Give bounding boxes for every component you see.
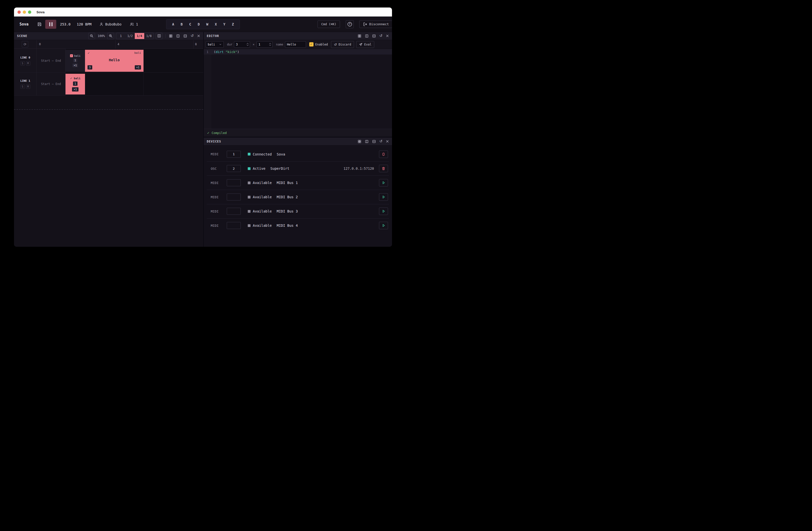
eval-button[interactable]: Eval	[356, 41, 374, 48]
device-slot-input[interactable]	[227, 208, 241, 215]
session-chip[interactable]: 1	[130, 22, 138, 26]
device-slot-input[interactable]	[227, 222, 241, 229]
help-button[interactable]: ?	[346, 20, 354, 28]
clip-mult-badge[interactable]: ×1	[135, 65, 141, 70]
reset-panel-icon[interactable]: ↺	[379, 140, 382, 143]
tab-y[interactable]: Y	[220, 22, 229, 26]
tab-d[interactable]: D	[194, 22, 203, 26]
ruler-track[interactable]: 0 4 8	[37, 40, 203, 48]
spin-down-icon[interactable]	[269, 44, 271, 46]
dur-label: dur	[227, 43, 232, 46]
reset-panel-icon[interactable]: ↺	[379, 34, 382, 38]
division-eighth-button[interactable]: 1/8	[144, 33, 154, 39]
line-number-gutter	[204, 49, 211, 129]
clip-loop-badge[interactable]: 1	[73, 82, 78, 86]
clip-engine-label: bali	[74, 54, 81, 57]
division-quarter-button[interactable]: 1/4	[135, 33, 144, 39]
line-0-mute-button[interactable]: M	[26, 61, 30, 66]
tempo-value[interactable]: 253.0	[60, 22, 71, 26]
tab-z[interactable]: Z	[229, 22, 237, 26]
device-row-midi-bus-4: MIDI Available MIDI Bus 4	[207, 218, 389, 232]
enabled-checkbox[interactable]: ✓	[309, 42, 314, 46]
tab-c[interactable]: C	[186, 22, 194, 26]
start-device-button[interactable]	[379, 222, 388, 229]
name-input[interactable]: Hello	[285, 41, 306, 48]
columns-view-button[interactable]	[156, 33, 162, 39]
clip-bali[interactable]: ✓ bali 1 ×1	[66, 74, 85, 95]
clip-dur-badge[interactable]: 3	[87, 65, 92, 70]
clip-enabled-checkbox[interactable]: ✓	[70, 54, 73, 57]
tab-w[interactable]: W	[203, 22, 212, 26]
device-slot-input[interactable]	[227, 193, 241, 201]
zoom-in-button[interactable]	[107, 33, 114, 39]
close-panel-icon[interactable]	[197, 34, 200, 38]
tab-x[interactable]: X	[212, 22, 220, 26]
code-editor[interactable]: 1 (dirt "kick")	[204, 49, 392, 129]
device-name: MIDI Bus 1	[277, 181, 298, 185]
close-panel-icon[interactable]	[386, 140, 389, 143]
split-horizontal-icon[interactable]	[183, 34, 187, 38]
close-window-button[interactable]	[17, 11, 21, 14]
sync-button[interactable]: ⟳	[22, 41, 28, 47]
engine-select[interactable]: bali	[206, 41, 224, 48]
start-device-button[interactable]	[379, 179, 388, 187]
split-horizontal-icon[interactable]	[372, 34, 376, 38]
clip-loop-badge[interactable]: 1	[73, 58, 77, 62]
clip-hello-body[interactable]: ✓ bali Hello 3 ×1	[85, 50, 144, 72]
grid-layout-icon[interactable]	[169, 34, 173, 38]
division-1-button[interactable]: 1	[116, 33, 125, 39]
grid-layout-icon[interactable]	[358, 140, 362, 144]
grid-layout-icon[interactable]	[358, 34, 362, 38]
spin-up-icon[interactable]	[269, 43, 271, 44]
dur-spinner[interactable]: 3	[234, 41, 250, 48]
split-vertical-icon[interactable]	[365, 140, 369, 144]
line-1-solo-button[interactable]: S	[20, 85, 25, 89]
line-1-mute-button[interactable]: M	[26, 85, 30, 89]
close-panel-icon[interactable]	[386, 34, 389, 38]
device-slot-input[interactable]: 2	[227, 165, 241, 172]
zoom-out-button[interactable]	[88, 33, 95, 39]
stop-device-button[interactable]	[379, 150, 388, 158]
zoom-window-button[interactable]	[28, 11, 31, 14]
line-0-solo-button[interactable]: S	[20, 61, 25, 66]
spin-up-icon[interactable]	[246, 43, 249, 44]
clip-hello[interactable]: ✓ bali 1 ×1 ✓ bali Hello 3 ×1	[66, 50, 144, 72]
scene-empty-area[interactable]	[14, 96, 203, 247]
split-vertical-icon[interactable]	[365, 34, 369, 38]
line-1-range[interactable]: Start – End	[37, 73, 66, 95]
save-button[interactable]	[37, 22, 42, 27]
division-half-button[interactable]: 1/2	[125, 33, 135, 39]
clip-bali-body[interactable]: ✓ bali 1 ×1	[66, 74, 85, 95]
spin-down-icon[interactable]	[246, 44, 249, 46]
line-1-timeline[interactable]: ✓ bali 1 ×1	[66, 73, 203, 95]
clip-hello-start-cell[interactable]: ✓ bali 1 ×1	[66, 50, 85, 72]
split-vertical-icon[interactable]	[176, 34, 180, 38]
reset-panel-icon[interactable]: ↺	[190, 34, 194, 38]
device-slot-input[interactable]	[227, 179, 241, 186]
times-label: ×	[253, 43, 255, 46]
clip-mult-badge[interactable]: ×1	[72, 87, 78, 91]
pause-button[interactable]	[45, 20, 56, 29]
discard-button[interactable]: ↺ Discard	[331, 41, 354, 48]
delete-device-button[interactable]	[379, 165, 388, 172]
times-spinner[interactable]: 1	[257, 41, 273, 48]
split-horizontal-icon[interactable]	[372, 140, 376, 144]
line-0-timeline[interactable]: ✓ bali 1 ×1 ✓ bali Hello 3 ×1	[66, 49, 203, 72]
user-chip[interactable]: BuboBubo	[99, 22, 121, 26]
bpm-value[interactable]: 120 BPM	[77, 22, 91, 26]
start-device-button[interactable]	[379, 207, 388, 215]
start-device-button[interactable]	[379, 193, 388, 201]
minimize-window-button[interactable]	[23, 11, 26, 14]
pause-icon	[49, 22, 50, 26]
line-0-range[interactable]: Start – End	[37, 49, 66, 72]
device-slot-input[interactable]: 1	[227, 151, 241, 158]
code-line-1[interactable]: 1 (dirt "kick")	[204, 49, 392, 55]
command-palette-button[interactable]: Cmd (⌘K)	[318, 20, 340, 28]
clip-mult-badge[interactable]: ×1	[72, 63, 78, 67]
people-icon	[130, 22, 134, 26]
tab-a[interactable]: A	[169, 22, 177, 26]
ruler-gridline	[115, 40, 116, 48]
tab-b[interactable]: B	[177, 22, 186, 26]
disconnect-button[interactable]: Disconnect	[359, 20, 392, 28]
editor-title: EDITOR	[207, 34, 219, 38]
